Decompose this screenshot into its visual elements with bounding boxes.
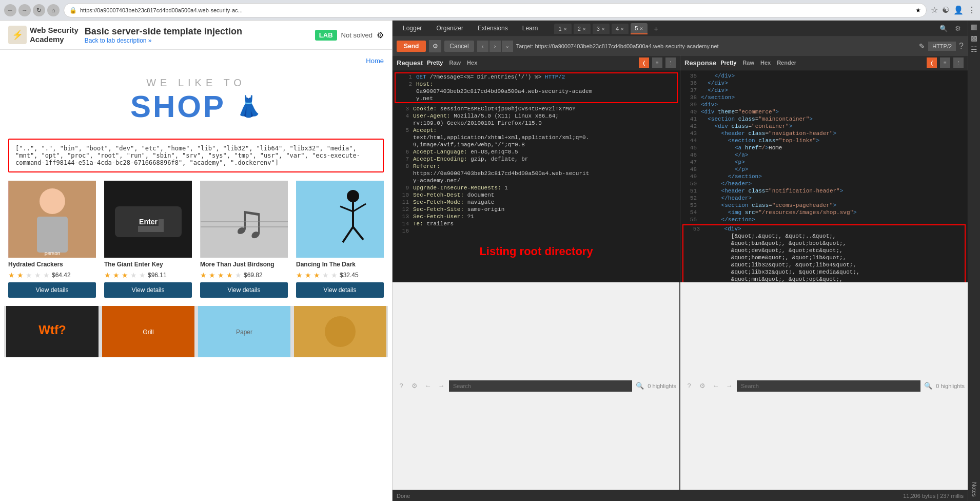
search-devtools-button[interactable]: 🔍 [938,23,949,34]
view-details-button-3[interactable]: View details [200,282,288,298]
down-arrow[interactable]: ⌄ [502,41,513,52]
proxy-tab-4[interactable]: 4 ✕ [612,24,629,34]
http-version-button[interactable]: HTTP/2 [928,42,956,51]
inspector-list-icon[interactable]: ☵ [971,45,977,53]
address-bar[interactable]: 🔒 https://0a90007403beb23c817cd4bd00a500… [64,3,927,17]
product-name-1: Hydrated Crackers [8,261,96,268]
prev-arrow[interactable]: ‹ [477,41,488,52]
settings-icon[interactable]: ⚙ [377,30,384,40]
response-format-btn-3[interactable]: ⋮ [953,57,964,68]
request-bottom-help[interactable]: ? [396,380,407,392]
proxy-tab-add[interactable]: + [650,23,662,35]
code-line-14: 9 Upgrade-Insecure-Requests: 1 [393,184,680,191]
response-tab-pretty[interactable]: Pretty [720,59,736,67]
resp-line-45: 45 <a href=/>Home [680,144,968,151]
inspector-grid-icon[interactable]: ▩ [971,34,977,42]
tab-extensions[interactable]: Extensions [472,23,514,35]
product-image-3: ♫ [200,181,288,258]
settings-devtools-button[interactable]: ⚙ [952,23,964,34]
home-nav-link[interactable]: Home [366,57,384,65]
request-format-btn-3[interactable]: ⋮ [665,57,676,68]
request-format-btn-2[interactable]: ≡ [652,57,662,68]
view-details-button-2[interactable]: View details [104,282,192,298]
notes-icon[interactable]: Notes [971,480,977,499]
product-price-3: $69.82 [244,272,263,279]
done-text: Done [397,493,410,499]
request-search-input[interactable] [449,380,632,392]
send-button[interactable]: Send [397,41,426,52]
proxy-tab-5[interactable]: 5 ✕ [631,23,648,34]
code-line-5: 4 User-Agent: Mozilla/5.0 (X11; Linux x8… [393,112,680,120]
response-tab-render[interactable]: Render [777,59,796,67]
star-4-5: ★ [331,271,338,279]
resp-line-42: 42 <div class="container"> [680,123,968,130]
resp-line-57: [&quot;.&quot;, &quot;..&quot;, [683,233,965,240]
edit-target-button[interactable]: ✎ [919,42,925,50]
product-svg-1: person [9,181,96,258]
response-bottom-settings[interactable]: ⚙ [697,380,708,392]
shop-banner: WE LIKE TO SHOP 👗 [0,67,392,134]
tab-logger[interactable]: Logger [397,23,428,35]
svg-text:Enter: Enter [139,218,158,226]
view-details-button-1[interactable]: View details [8,282,96,298]
alert-box: ["..", ".", "bin", "boot", "dev", "etc",… [8,139,384,172]
help-button[interactable]: ? [959,42,964,51]
response-search-button[interactable]: 🔍 [923,380,934,392]
star-1-1: ★ [8,271,15,279]
response-format-btn-2[interactable]: ≡ [940,57,950,68]
forward-button[interactable]: → [18,4,31,16]
next-arrow[interactable]: › [489,41,501,52]
logo-text: Web Security Academy [30,26,79,44]
request-tab-raw[interactable]: Raw [449,59,461,67]
code-line-13: https://0a90007403beb23c817cd4bd00a500a4… [393,170,680,177]
inspector-layout-icon[interactable]: ▦ [971,23,977,31]
request-panel: Request Pretty Raw Hex ❬ ≡ ⋮ [393,55,680,490]
proxy-tab-2[interactable]: 2 ✕ [574,24,591,34]
view-details-button-4[interactable]: View details [296,282,384,298]
request-bottom-bar: ? ⚙ ← → 🔍 0 highlights [393,282,680,490]
bookmarks-icon[interactable]: ☆ [931,5,938,15]
back-button[interactable]: ← [4,4,16,16]
response-bottom-bar: ? ⚙ ← → 🔍 0 highlights [680,282,968,490]
extensions-icon[interactable]: ☯ [942,5,949,15]
tab-learn[interactable]: Learn [516,23,544,35]
reload-button[interactable]: ↻ [33,4,45,16]
response-bottom-back[interactable]: ← [710,380,721,392]
svg-point-1 [40,188,65,214]
resp-line-59: &quot;dev&quot;, &quot;etc&quot;, [683,247,965,254]
request-bottom-forward[interactable]: → [436,380,447,392]
lab-back-link[interactable]: Back to lab description » [85,37,309,44]
request-highlight-box: 1 GET /?message=<%= Dir.entries('/') %> … [395,72,678,103]
request-code-content: 1 GET /?message=<%= Dir.entries('/') %> … [393,70,680,282]
response-format-btn-1[interactable]: ❬ [927,57,937,68]
lab-title: Basic server-side template injection [85,26,309,37]
svg-text:Grill: Grill [143,329,153,336]
tab-organizer[interactable]: Organizer [430,23,469,35]
home-button[interactable]: ⌂ [47,4,60,16]
response-search-input[interactable] [737,380,920,392]
response-bottom-forward[interactable]: → [723,380,735,392]
request-bottom-back[interactable]: ← [422,380,434,392]
request-tab-hex[interactable]: Hex [467,59,477,67]
response-bottom-help[interactable]: ? [683,380,695,392]
profile-icon[interactable]: 👤 [953,5,964,15]
response-tab-hex[interactable]: Hex [760,59,771,67]
product-svg-2: Enter [105,181,192,258]
request-search-button[interactable]: 🔍 [634,380,645,392]
request-nav-arrows: ‹ › ⌄ [477,41,513,52]
star-4-2: ★ [305,271,311,279]
proxy-tab-1[interactable]: 1 ✕ [554,24,571,34]
response-tab-raw[interactable]: Raw [742,59,754,67]
resp-line-55: 55 </section> [680,216,968,223]
send-options-button[interactable]: ⚙ [429,40,441,52]
request-tab-pretty[interactable]: Pretty [427,59,443,67]
request-format-btn-1[interactable]: ❬ [639,57,649,68]
response-panel-header: Response Pretty Raw Hex Render ❬ ≡ ⋮ [680,55,968,70]
request-bottom-settings[interactable]: ⚙ [409,380,420,392]
cancel-button[interactable]: Cancel [444,41,474,52]
resp-line-48: 48 </p> [680,166,968,173]
resp-line-60: &quot;home&quot;, &quot;lib&quot;, [683,254,965,261]
lab-status-text: Not solved [341,31,373,39]
menu-icon[interactable]: ⋮ [968,5,976,15]
proxy-tab-3[interactable]: 3 ✕ [593,24,610,34]
